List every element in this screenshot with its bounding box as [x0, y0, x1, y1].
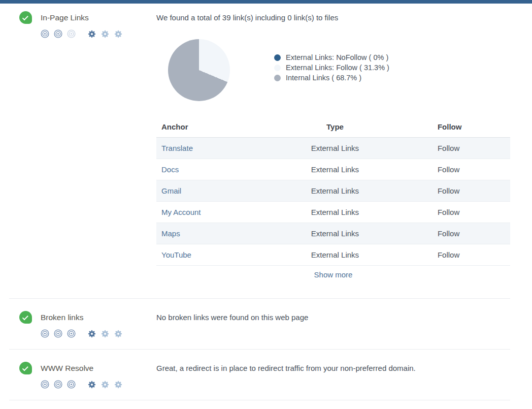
legend-item: External Links: Follow ( 31.3% )	[274, 62, 389, 73]
link-type: External Links	[273, 159, 397, 180]
legend-dot-internal	[274, 75, 281, 81]
gear-icon[interactable]	[114, 381, 122, 389]
anchor-link[interactable]: Maps	[161, 229, 180, 238]
column-header-type: Type	[273, 116, 397, 138]
importance-and-settings-icons	[41, 29, 156, 38]
table-row: Docs External Links Follow	[156, 159, 510, 180]
broken-links-message: No broken links were found on this web p…	[156, 313, 510, 322]
anchor-link[interactable]: YouTube	[161, 250, 191, 259]
bullseye-icon	[54, 380, 62, 389]
table-row: Gmail External Links Follow	[156, 180, 510, 202]
legend-item: Internal Links ( 68.7% )	[274, 73, 389, 83]
table-row: My Account External Links Follow	[156, 202, 510, 223]
anchor-link[interactable]: My Account	[161, 208, 201, 216]
link-type: External Links	[273, 180, 397, 202]
gear-icon[interactable]	[114, 330, 122, 338]
table-row: Maps External Links Follow	[156, 223, 510, 244]
links-summary-text: We found a total of 39 link(s) including…	[156, 13, 510, 22]
links-table: Anchor Type Follow Translate External Li…	[156, 116, 510, 266]
importance-and-settings-icons	[41, 380, 156, 389]
legend-dot-external-nofollow	[274, 54, 281, 61]
column-header-follow: Follow	[397, 116, 510, 138]
section-title: Broken links	[41, 313, 83, 322]
pie-chart	[168, 39, 230, 101]
legend-item: External Links: NoFollow ( 0% )	[274, 52, 389, 62]
gear-icon[interactable]	[88, 330, 96, 338]
show-more-link[interactable]: Show more	[314, 270, 353, 279]
link-follow: Follow	[397, 138, 510, 159]
table-row: Translate External Links Follow	[156, 138, 510, 159]
check-circle-icon	[19, 311, 32, 324]
bullseye-icon	[67, 380, 76, 389]
bullseye-icon	[67, 29, 76, 38]
gear-icon[interactable]	[114, 30, 122, 38]
table-header-row: Anchor Type Follow	[156, 116, 510, 138]
link-follow: Follow	[397, 180, 510, 202]
bullseye-icon	[67, 329, 76, 338]
www-resolve-message: Great, a redirect is in place to redirec…	[156, 364, 510, 372]
gear-icon[interactable]	[101, 381, 109, 389]
link-type: External Links	[273, 244, 397, 266]
section-www-resolve: WWW Resolve Great, a redirect is in plac…	[18, 350, 510, 400]
gear-icon[interactable]	[88, 30, 96, 38]
section-title: WWW Resolve	[41, 364, 93, 373]
section-in-page-links: In-Page Links We found a total of 39 lin…	[18, 4, 510, 298]
link-follow: Follow	[397, 202, 510, 223]
check-circle-icon	[19, 362, 32, 374]
gear-icon[interactable]	[88, 381, 96, 389]
link-type: External Links	[273, 138, 397, 159]
gear-icon[interactable]	[101, 330, 109, 338]
bullseye-icon	[54, 29, 62, 38]
column-header-anchor: Anchor	[156, 116, 273, 138]
bullseye-icon	[54, 329, 62, 338]
check-circle-icon	[19, 11, 32, 24]
link-follow: Follow	[397, 244, 510, 266]
bullseye-icon	[41, 380, 49, 389]
gear-icon[interactable]	[101, 30, 109, 38]
importance-and-settings-icons	[41, 329, 156, 338]
seo-report-page: In-Page Links We found a total of 39 lin…	[0, 4, 532, 400]
bullseye-icon	[41, 329, 49, 338]
pie-legend: External Links: NoFollow ( 0% ) External…	[274, 52, 389, 83]
bullseye-icon	[41, 29, 49, 38]
legend-dot-external-follow	[274, 65, 281, 71]
top-accent-bar	[0, 0, 532, 4]
section-title: In-Page Links	[41, 13, 89, 22]
section-broken-links: Broken links No broken links were found …	[18, 299, 510, 349]
table-row: YouTube External Links Follow	[156, 244, 510, 266]
link-follow: Follow	[397, 159, 510, 180]
anchor-link[interactable]: Gmail	[161, 186, 181, 195]
link-type: External Links	[273, 223, 397, 244]
anchor-link[interactable]: Translate	[161, 144, 193, 152]
section-divider	[9, 400, 510, 400]
link-follow: Follow	[397, 223, 510, 244]
anchor-link[interactable]: Docs	[161, 165, 179, 174]
link-type: External Links	[273, 202, 397, 223]
